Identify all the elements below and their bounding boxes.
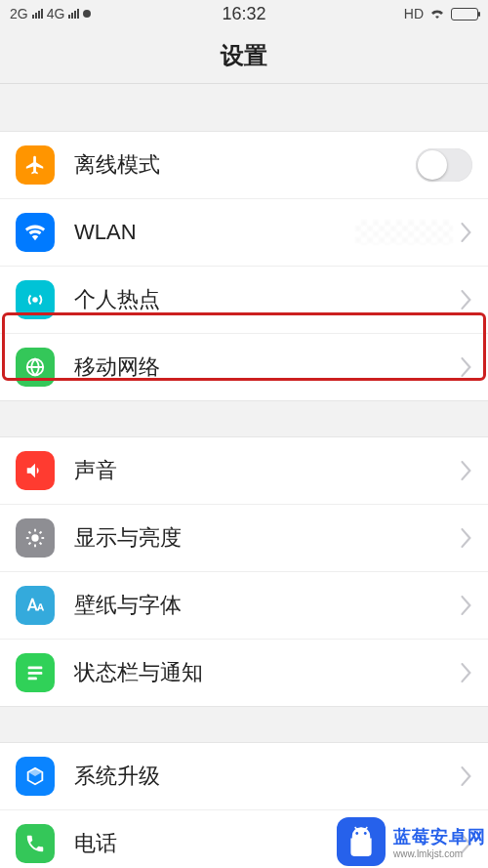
globe-icon: [16, 348, 55, 387]
status-right: HD: [404, 6, 478, 21]
watermark-title: 蓝莓安卓网: [393, 825, 486, 848]
airplane-icon: [16, 145, 55, 185]
update-label: 系统升级: [74, 762, 461, 791]
chevron-right-icon: [461, 290, 472, 310]
watermark-url: www.lmkjst.com: [393, 848, 486, 859]
chevron-right-icon: [461, 357, 472, 377]
svg-point-2: [31, 534, 38, 541]
row-statusbar[interactable]: 状态栏与通知: [0, 639, 488, 706]
watermark: 蓝莓安卓网 www.lmkjst.com: [337, 817, 486, 866]
svg-line-8: [40, 543, 42, 545]
phone-icon: [16, 824, 55, 863]
chevron-right-icon: [461, 766, 472, 786]
list-icon: [16, 653, 55, 692]
statusbar-label: 状态栏与通知: [74, 658, 461, 687]
chevron-right-icon: [461, 596, 472, 615]
status-time: 16:32: [222, 4, 265, 24]
chevron-right-icon: [461, 663, 472, 682]
airplane-label: 离线模式: [74, 150, 416, 180]
net-4g-label: 4G: [47, 6, 65, 21]
net-2g-label: 2G: [10, 6, 28, 21]
svg-line-7: [28, 531, 30, 533]
battery-icon: [451, 8, 478, 21]
signal-icon: [32, 9, 43, 19]
status-left: 2G 4G: [10, 6, 91, 21]
chevron-right-icon: [461, 528, 472, 548]
wlan-label: WLAN: [74, 220, 355, 245]
hd-label: HD: [404, 6, 424, 21]
svg-rect-11: [28, 667, 43, 670]
svg-rect-12: [28, 672, 43, 675]
speaker-icon: [16, 451, 55, 490]
airplane-toggle[interactable]: [416, 148, 472, 182]
row-update[interactable]: 系统升级: [0, 743, 488, 809]
svg-point-15: [364, 832, 367, 835]
font-icon: [16, 586, 55, 625]
mobile-label: 移动网络: [74, 352, 461, 382]
row-airplane[interactable]: 离线模式: [0, 132, 488, 198]
row-wallpaper[interactable]: 壁纸与字体: [0, 571, 488, 639]
wallpaper-label: 壁纸与字体: [74, 591, 461, 620]
svg-line-10: [40, 531, 42, 533]
dot-icon: [83, 10, 91, 18]
wlan-value-redacted: [355, 220, 453, 245]
brightness-icon: [16, 518, 55, 558]
watermark-text: 蓝莓安卓网 www.lmkjst.com: [393, 825, 486, 859]
section-display: 声音 显示与亮度 壁纸与字体 状态栏与通知: [0, 436, 488, 707]
display-label: 显示与亮度: [74, 523, 461, 553]
row-hotspot[interactable]: 个人热点: [0, 266, 488, 333]
page-title: 设置: [0, 27, 488, 84]
wifi-icon: [16, 213, 55, 252]
status-bar: 2G 4G 16:32 HD: [0, 0, 488, 27]
cube-icon: [16, 757, 55, 796]
row-display[interactable]: 显示与亮度: [0, 504, 488, 571]
watermark-icon: [337, 817, 386, 866]
row-wlan[interactable]: WLAN: [0, 198, 488, 266]
svg-point-14: [355, 832, 358, 835]
hotspot-icon: [16, 280, 55, 319]
row-sound[interactable]: 声音: [0, 437, 488, 504]
signal-icon: [68, 9, 79, 19]
chevron-right-icon: [461, 461, 472, 480]
wifi-icon: [429, 6, 445, 21]
section-network: 离线模式 WLAN 个人热点 移动网络: [0, 131, 488, 401]
svg-point-0: [32, 297, 38, 303]
page-title-text: 设置: [221, 40, 267, 71]
hotspot-label: 个人热点: [74, 285, 461, 314]
svg-line-9: [28, 543, 30, 545]
sound-label: 声音: [74, 456, 461, 485]
chevron-right-icon: [461, 223, 472, 242]
svg-rect-13: [28, 678, 37, 681]
row-mobile-network[interactable]: 移动网络: [0, 333, 488, 400]
